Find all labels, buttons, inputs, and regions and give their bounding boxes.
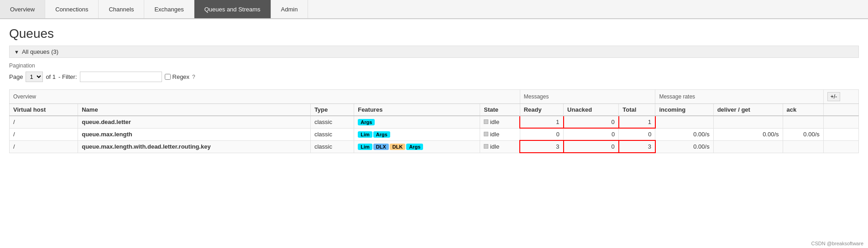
nav-bar: OverviewConnectionsChannelsExchangesQueu… [0, 0, 868, 19]
pagination-label: Pagination [9, 62, 859, 69]
col-deliver-get: deliver / get [713, 104, 783, 116]
all-queues-label: All queues (3) [22, 48, 58, 55]
cell-vhost: / [10, 128, 78, 140]
col-extra [823, 104, 858, 116]
cell-unacked: 0 [564, 140, 619, 153]
feature-badge: Args [373, 131, 390, 138]
state-indicator-icon [484, 144, 488, 149]
table-row: /queue.max.lengthclassicLimArgs idle0000… [10, 128, 859, 140]
state-indicator-icon [484, 119, 488, 124]
col-ready: Ready [520, 104, 563, 116]
cell-type: classic [310, 116, 354, 128]
all-queues-header[interactable]: ▼ All queues (3) [9, 46, 859, 58]
cell-name[interactable]: queue.max.length [78, 128, 311, 140]
col-header-row: Virtual host Name Type Features State Re… [10, 104, 859, 116]
cell-vhost: / [10, 116, 78, 128]
pagination-controls: Page 1 of 1 - Filter: Regex ? [9, 72, 859, 82]
col-incoming: incoming [655, 104, 713, 116]
nav-item-channels[interactable]: Channels [99, 0, 144, 18]
section-overview: Overview [10, 90, 520, 104]
filter-label: - Filter: [58, 73, 77, 80]
cell-features: LimArgs [354, 128, 480, 140]
nav-item-overview[interactable]: Overview [0, 0, 45, 18]
cell-ready: 1 [520, 116, 563, 128]
cell-state: idle [480, 128, 520, 140]
feature-badge: Lim [358, 131, 372, 138]
cell-type: classic [310, 128, 354, 140]
col-state: State [480, 104, 520, 116]
section-messages: Messages [520, 90, 655, 104]
cell-deliver-get [713, 116, 783, 128]
cell-incoming [655, 116, 713, 128]
cell-type: classic [310, 140, 354, 153]
regex-text: Regex [173, 73, 190, 80]
feature-badge: Args [358, 119, 375, 125]
help-link[interactable]: ? [192, 74, 195, 80]
cell-ack [783, 140, 823, 153]
col-ack: ack [783, 104, 823, 116]
page-title: Queues [9, 26, 859, 41]
section-header-row: Overview Messages Message rates +/- [10, 90, 859, 104]
col-type: Type [310, 104, 354, 116]
page-select[interactable]: 1 [26, 72, 43, 82]
page-label: Page [9, 73, 23, 80]
cell-state: idle [480, 140, 520, 153]
cell-extra [823, 128, 858, 140]
feature-badge: Args [406, 144, 423, 150]
filter-input[interactable] [80, 72, 162, 82]
cell-vhost: / [10, 140, 78, 153]
cell-extra [823, 140, 858, 153]
col-total: Total [619, 104, 655, 116]
cell-incoming: 0.00/s [655, 140, 713, 153]
feature-badge: DLX [373, 144, 389, 150]
plus-minus-cell[interactable]: +/- [823, 90, 858, 104]
nav-item-admin[interactable]: Admin [271, 0, 309, 18]
cell-ready: 0 [520, 128, 563, 140]
state-indicator-icon [484, 132, 488, 136]
collapse-arrow-icon: ▼ [14, 49, 19, 55]
section-message-rates: Message rates [655, 90, 823, 104]
cell-deliver-get [713, 140, 783, 153]
cell-total: 1 [619, 116, 655, 128]
table-row: /queue.max.length.with.dead.letter.routi… [10, 140, 859, 153]
table-row: /queue.dead.letterclassicArgs idle101 [10, 116, 859, 128]
cell-incoming: 0.00/s [655, 128, 713, 140]
col-features: Features [354, 104, 480, 116]
cell-state: idle [480, 116, 520, 128]
cell-total: 3 [619, 140, 655, 153]
plus-minus-button[interactable]: +/- [827, 92, 840, 101]
cell-total: 0 [619, 128, 655, 140]
pagination-section: Pagination Page 1 of 1 - Filter: Regex ? [9, 62, 859, 82]
feature-badge: DLK [390, 144, 406, 150]
queues-table: Overview Messages Message rates +/- Virt… [9, 89, 859, 153]
queue-name-link[interactable]: queue.max.length.with.dead.letter.routin… [82, 143, 210, 150]
cell-ack [783, 116, 823, 128]
cell-features: Args [354, 116, 480, 128]
cell-unacked: 0 [564, 116, 619, 128]
cell-ready: 3 [520, 140, 563, 153]
regex-label: Regex [165, 73, 190, 80]
cell-name[interactable]: queue.dead.letter [78, 116, 311, 128]
page-content: Queues ▼ All queues (3) Pagination Page … [0, 19, 868, 160]
col-vhost: Virtual host [10, 104, 78, 116]
col-name: Name [78, 104, 311, 116]
nav-item-connections[interactable]: Connections [45, 0, 99, 18]
cell-features: LimDLXDLKArgs [354, 140, 480, 153]
of-label: of 1 [46, 73, 56, 80]
cell-deliver-get: 0.00/s [713, 128, 783, 140]
nav-item-exchanges[interactable]: Exchanges [144, 0, 194, 18]
nav-item-queues-and-streams[interactable]: Queues and Streams [194, 0, 271, 18]
cell-unacked: 0 [564, 128, 619, 140]
cell-ack: 0.00/s [783, 128, 823, 140]
queue-name-link[interactable]: queue.max.length [82, 131, 132, 138]
col-unacked: Unacked [564, 104, 619, 116]
feature-badge: Lim [358, 144, 372, 150]
regex-checkbox[interactable] [165, 74, 171, 80]
cell-extra [823, 116, 858, 128]
queue-name-link[interactable]: queue.dead.letter [82, 119, 131, 125]
cell-name[interactable]: queue.max.length.with.dead.letter.routin… [78, 140, 311, 153]
